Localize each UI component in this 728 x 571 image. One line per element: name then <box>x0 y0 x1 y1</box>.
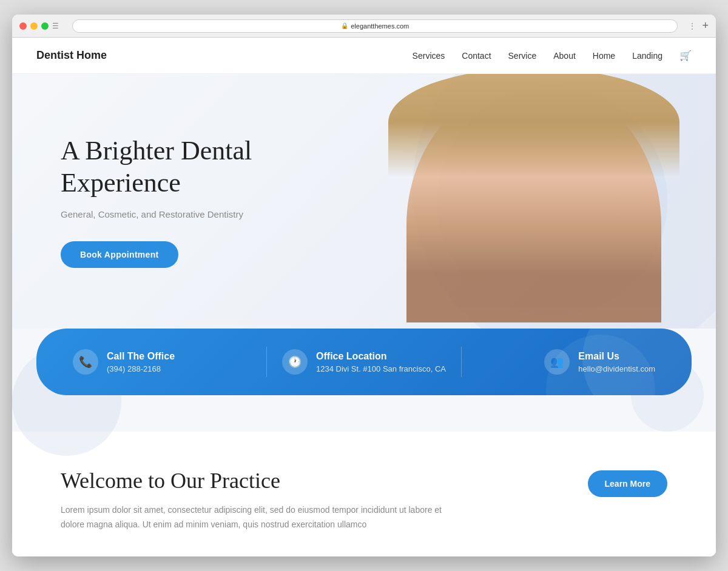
info-bar: 📞 Call The Office (394) 288-2168 🕐 Offic… <box>36 329 692 395</box>
browser-window: ☰ 🔒 elegantthemes.com ⋮ + Dentist Home S… <box>12 15 716 556</box>
new-tab-button[interactable]: + <box>702 19 709 32</box>
info-location-title: Office Location <box>316 351 446 362</box>
nav-services[interactable]: Services <box>413 51 445 61</box>
learn-more-button[interactable]: Learn More <box>588 470 667 497</box>
navbar-brand[interactable]: Dentist Home <box>36 49 107 62</box>
navbar: Dentist Home Services Contact Service Ab… <box>12 38 716 74</box>
info-item-phone: 📞 Call The Office (394) 288-2168 <box>73 349 266 375</box>
sidebar-icon: ☰ <box>52 22 59 30</box>
info-bar-wrapper: 📞 Call The Office (394) 288-2168 🕐 Offic… <box>12 329 716 432</box>
hero-image <box>388 74 679 329</box>
info-location-subtitle: 1234 Divi St. #100 San francisco, CA <box>316 364 446 373</box>
nav-home[interactable]: Home <box>593 51 615 61</box>
address-bar[interactable]: 🔒 elegantthemes.com <box>72 19 678 33</box>
website-content: Dentist Home Services Contact Service Ab… <box>12 38 716 556</box>
browser-maximize-btn[interactable] <box>41 22 49 30</box>
nav-landing[interactable]: Landing <box>632 51 662 61</box>
hero-portrait <box>406 80 661 322</box>
navbar-nav: Services Contact Service About Home Land… <box>413 50 692 61</box>
hero-subtitle: General, Cosmetic, and Restorative Denti… <box>61 209 252 219</box>
nav-contact[interactable]: Contact <box>462 51 491 61</box>
info-email-text: Email Us hello@dividentist.com <box>578 351 655 373</box>
clock-icon: 🕐 <box>282 349 308 375</box>
hero-content: A Brighter Dental Experience General, Co… <box>12 99 276 304</box>
info-email-title: Email Us <box>578 351 655 362</box>
welcome-title: Welcome to Our Practice <box>61 468 449 493</box>
welcome-section: Welcome to Our Practice Lorem ipsum dolo… <box>12 432 716 556</box>
lock-icon: 🔒 <box>341 22 348 29</box>
browser-titlebar: ☰ 🔒 elegantthemes.com ⋮ + <box>12 15 716 38</box>
welcome-text: Welcome to Our Practice Lorem ipsum dolo… <box>61 468 449 532</box>
book-appointment-button[interactable]: Book Appointment <box>61 241 178 268</box>
browser-close-btn[interactable] <box>19 22 27 30</box>
browser-minimize-btn[interactable] <box>30 22 38 30</box>
hero-title: A Brighter Dental Experience <box>61 135 252 199</box>
info-phone-text: Call The Office (394) 288-2168 <box>107 351 175 373</box>
info-location-text: Office Location 1234 Divi St. #100 San f… <box>316 351 446 373</box>
hero-section: A Brighter Dental Experience General, Co… <box>12 74 716 329</box>
welcome-body: Lorem ipsum dolor sit amet, consectetur … <box>61 503 449 532</box>
url-text: elegantthemes.com <box>351 22 409 30</box>
nav-service[interactable]: Service <box>508 51 537 61</box>
info-item-email: 👥 Email Us hello@dividentist.com <box>462 349 655 375</box>
info-email-subtitle: hello@dividentist.com <box>578 364 655 373</box>
users-icon: 👥 <box>544 349 570 375</box>
list-icon: ⋮ <box>689 22 696 30</box>
info-item-location: 🕐 Office Location 1234 Divi St. #100 San… <box>267 349 460 375</box>
phone-icon: 📞 <box>73 349 98 375</box>
cart-icon[interactable]: 🛒 <box>679 50 692 61</box>
info-phone-subtitle: (394) 288-2168 <box>107 364 175 373</box>
nav-about[interactable]: About <box>553 51 576 61</box>
info-phone-title: Call The Office <box>107 351 175 362</box>
